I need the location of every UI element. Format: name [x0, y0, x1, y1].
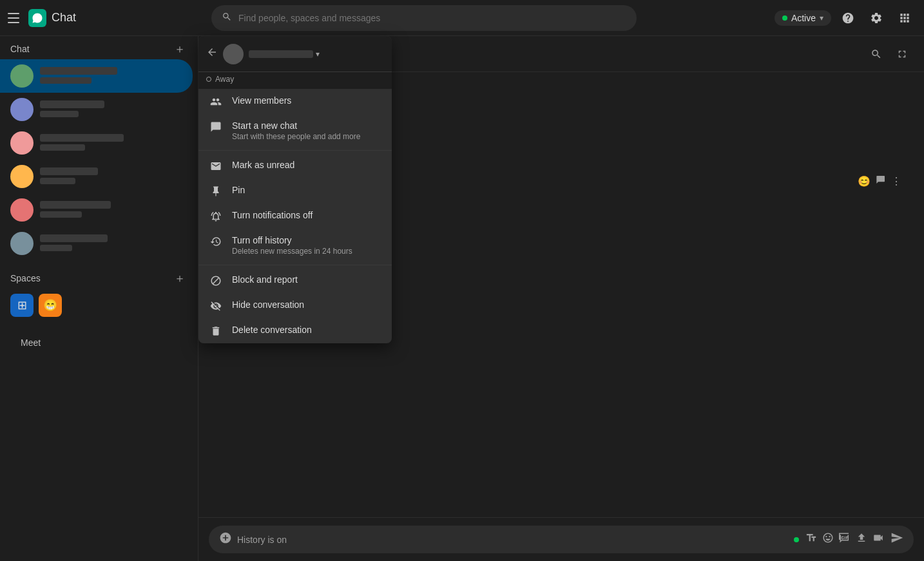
- chat-search-button[interactable]: [865, 43, 888, 66]
- settings-button[interactable]: [865, 6, 888, 30]
- meet-section: Meet: [0, 327, 198, 356]
- blurred-name: [40, 134, 124, 142]
- upload-button[interactable]: [854, 531, 869, 548]
- new-chat-button[interactable]: ＋: [172, 41, 188, 57]
- chat-section-title: Chat: [10, 44, 30, 54]
- forward-message-button[interactable]: [874, 173, 888, 189]
- chat-item[interactable]: [0, 160, 193, 193]
- space-icon-2[interactable]: 😁: [39, 294, 62, 317]
- space-icon-1[interactable]: ⊞: [10, 294, 34, 317]
- blurred-name: [40, 201, 111, 209]
- chat-item-preview: [40, 77, 182, 86]
- chat-item[interactable]: [0, 59, 193, 93]
- emoji-button[interactable]: [821, 531, 835, 548]
- menu-item-mark-unread[interactable]: Mark as unread: [198, 153, 392, 178]
- menu-item-label: Turn off history: [232, 235, 381, 245]
- pin-icon: [209, 185, 223, 197]
- input-toolbar-icons: [804, 531, 885, 548]
- menu-item-label: Block and report: [232, 274, 381, 285]
- dropdown-header-name: [249, 50, 313, 58]
- spaces-section-title: Spaces: [10, 273, 41, 283]
- message-actions: 😊 ⋮: [856, 173, 903, 189]
- video-call-button[interactable]: [871, 531, 885, 548]
- mark-unread-icon: [209, 160, 223, 172]
- menu-item-label: Delete conversation: [232, 325, 381, 335]
- chat-item-info: [40, 167, 182, 186]
- menu-item-label: Pin: [232, 185, 381, 195]
- apps-button[interactable]: [893, 6, 916, 30]
- menu-item-content: Block and report: [232, 274, 381, 285]
- avatar: [10, 232, 34, 255]
- new-space-button[interactable]: ＋: [172, 271, 188, 286]
- menu-item-delete-conversation[interactable]: Delete conversation: [198, 318, 392, 343]
- chat-item-name: [40, 200, 182, 211]
- chat-item[interactable]: [0, 227, 193, 260]
- chat-logo: [28, 9, 46, 27]
- chat-item-info: [40, 100, 182, 119]
- avatar: [10, 198, 34, 222]
- search-input[interactable]: [238, 13, 626, 23]
- menu-item-pin[interactable]: Pin: [198, 178, 392, 204]
- topbar-left: Chat: [8, 9, 206, 27]
- search-icon: [222, 12, 232, 24]
- chat-item-preview: [40, 144, 182, 153]
- menu-item-content: Turn notifications off: [232, 210, 381, 220]
- menu-item-start-new-chat[interactable]: Start a new chat Start with these people…: [198, 114, 392, 147]
- add-attachment-button[interactable]: [219, 531, 232, 547]
- chat-item-info: [40, 234, 182, 253]
- chat-item[interactable]: [0, 193, 193, 227]
- chat-item-name: [40, 100, 182, 110]
- away-dot-icon: [206, 77, 211, 82]
- menu-item-hide-conversation[interactable]: Hide conversation: [198, 293, 392, 318]
- blurred-preview: [40, 211, 82, 218]
- topbar: Chat Active ▾: [0, 0, 924, 36]
- chat-section-header[interactable]: Chat ＋: [0, 36, 198, 59]
- history-on-indicator: [794, 537, 799, 542]
- chat-item-info: [40, 133, 182, 153]
- meet-section-header[interactable]: Meet: [10, 332, 188, 350]
- chat-item-info: [40, 66, 182, 86]
- chat-item-preview: [40, 110, 182, 119]
- spaces-icons-row: ⊞ 😁: [0, 289, 198, 322]
- send-button[interactable]: [890, 531, 903, 547]
- avatar: [10, 131, 34, 155]
- blurred-preview: [40, 245, 72, 251]
- dropdown-back-button[interactable]: [206, 46, 218, 61]
- menu-item-label: Start a new chat: [232, 120, 381, 131]
- more-message-options-button[interactable]: ⋮: [889, 173, 903, 189]
- chat-item-name: [40, 234, 182, 244]
- blurred-preview: [40, 111, 79, 117]
- message-input-box[interactable]: History is on: [209, 526, 914, 553]
- menu-item-content: Delete conversation: [232, 325, 381, 335]
- active-status-button[interactable]: Active ▾: [775, 10, 831, 26]
- spaces-section: Spaces ＋ ⊞ 😁: [0, 265, 198, 322]
- chat-item[interactable]: [0, 126, 193, 160]
- emoji-reaction-button[interactable]: 😊: [856, 173, 872, 189]
- chat-item-name: [40, 167, 182, 177]
- menu-item-block-report[interactable]: Block and report: [198, 268, 392, 293]
- menu-item-content: Pin: [232, 185, 381, 195]
- search-bar[interactable]: [211, 5, 637, 31]
- menu-item-content: Hide conversation: [232, 300, 381, 310]
- away-label-text: Away: [215, 75, 234, 84]
- menu-item-view-members[interactable]: View members: [198, 89, 392, 114]
- hamburger-menu-icon[interactable]: [8, 10, 23, 26]
- dropdown-chevron-icon[interactable]: ▾: [316, 50, 320, 59]
- menu-item-turn-off-history[interactable]: Turn off history Deletes new messages in…: [198, 229, 392, 262]
- chat-item-preview: [40, 177, 182, 186]
- turn-off-history-icon: [209, 236, 223, 247]
- main-layout: Chat ＋: [0, 36, 924, 561]
- avatar: [10, 165, 34, 188]
- gif-button[interactable]: [838, 531, 852, 548]
- menu-item-notifications-off[interactable]: Turn notifications off: [198, 204, 392, 229]
- chat-item[interactable]: [0, 93, 193, 126]
- menu-item-content: Turn off history Deletes new messages in…: [232, 235, 381, 256]
- dropdown-header-info: ▾: [249, 50, 320, 59]
- spaces-section-header[interactable]: Spaces ＋: [0, 265, 198, 289]
- text-format-button[interactable]: [804, 531, 818, 548]
- chat-fullscreen-button[interactable]: [890, 43, 914, 66]
- blurred-name: [40, 67, 117, 75]
- help-button[interactable]: [836, 6, 860, 30]
- avatar: [10, 64, 34, 88]
- active-label: Active: [791, 13, 816, 23]
